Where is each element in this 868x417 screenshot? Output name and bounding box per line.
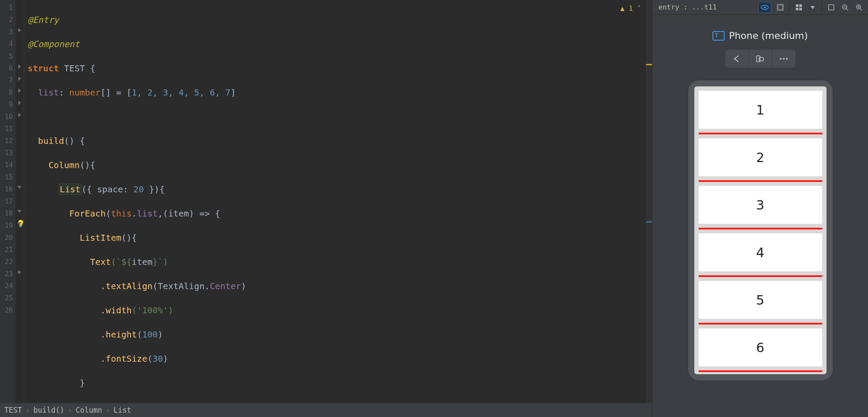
more-button[interactable]: [772, 50, 795, 68]
fold-handle[interactable]: [17, 185, 22, 190]
svg-point-20: [786, 58, 788, 60]
fold-handle[interactable]: [17, 112, 22, 118]
fold-handle[interactable]: [17, 209, 22, 214]
previewer-panel: entry : ...t11: [652, 0, 868, 417]
highlighted-symbol: List: [59, 184, 81, 195]
svg-rect-8: [829, 5, 834, 10]
inspections-widget[interactable]: ▲ 1 ˄ ˅: [620, 3, 649, 15]
dropdown-icon[interactable]: [806, 2, 819, 13]
fold-handle[interactable]: [17, 270, 22, 275]
list-divider: [699, 275, 822, 277]
list-item[interactable]: 5: [699, 281, 822, 319]
list-item[interactable]: 6: [699, 328, 822, 366]
fold-handle[interactable]: [17, 100, 22, 105]
list-item[interactable]: 3: [699, 186, 822, 224]
preview-controls: [725, 50, 795, 68]
chevron-right-icon: ›: [25, 406, 30, 414]
component-tree-button[interactable]: [774, 2, 787, 13]
svg-line-10: [846, 9, 848, 10]
previewer-title: entry : ...t11: [655, 3, 756, 11]
svg-line-13: [860, 9, 862, 10]
list-item[interactable]: 4: [699, 233, 822, 271]
error-stripe[interactable]: [646, 0, 652, 403]
fold-handle[interactable]: [17, 76, 22, 81]
device-frame: 1 2 3 4 5 6: [687, 79, 834, 382]
chevron-right-icon: ›: [68, 406, 72, 414]
list-item[interactable]: 1: [699, 91, 822, 129]
list-divider: [699, 133, 822, 134]
fold-handle[interactable]: [17, 221, 22, 226]
svg-rect-3: [778, 5, 782, 10]
code-body[interactable]: @Entry @Component struct TEST { list: nu…: [24, 0, 652, 403]
line-number-gutter: 123 456 789 101112 131415 161718 192021 …: [0, 0, 16, 403]
fold-handle[interactable]: [17, 88, 22, 93]
code-editor[interactable]: 123 456 789 101112 131415 161718 192021 …: [0, 0, 652, 417]
breadcrumb[interactable]: TEST › build() › Column › List: [0, 403, 652, 417]
breadcrumb-item[interactable]: build(): [33, 406, 64, 414]
stripe-mark[interactable]: [646, 64, 652, 65]
annotation: @Entry: [28, 15, 59, 25]
warning-icon: ▲: [620, 3, 625, 15]
device-label: Phone (medium): [712, 30, 808, 41]
svg-point-19: [783, 58, 785, 60]
fold-handle[interactable]: [17, 28, 22, 33]
fit-screen-button[interactable]: [825, 2, 838, 13]
chevron-right-icon: ›: [106, 406, 110, 414]
svg-point-18: [780, 58, 782, 60]
prev-highlight-icon[interactable]: ˄: [637, 3, 641, 15]
list-divider: [699, 370, 822, 372]
svg-rect-6: [796, 8, 798, 10]
breadcrumb-item[interactable]: TEST: [4, 406, 22, 414]
stripe-mark[interactable]: [646, 221, 652, 223]
keyword: struct: [28, 63, 59, 73]
device-icon: [712, 31, 725, 41]
inspector-toggle-button[interactable]: [758, 2, 771, 13]
rotate-button[interactable]: [749, 50, 772, 68]
svg-rect-7: [799, 8, 802, 10]
list-item[interactable]: 2: [699, 138, 822, 176]
list-divider: [699, 228, 822, 229]
zoom-in-button[interactable]: [852, 2, 865, 13]
previewer-toolbar: entry : ...t11: [652, 0, 868, 15]
fold-gutter[interactable]: 💡: [16, 0, 24, 403]
svg-rect-5: [799, 4, 802, 7]
back-button[interactable]: [725, 50, 749, 68]
multi-profile-button[interactable]: [792, 2, 805, 13]
warning-count: 1: [629, 3, 633, 15]
svg-point-1: [764, 6, 766, 8]
fold-handle[interactable]: [17, 64, 22, 69]
list-divider: [699, 323, 822, 325]
device-screen[interactable]: 1 2 3 4 5 6: [694, 86, 827, 374]
annotation: @Component: [28, 39, 79, 49]
svg-rect-4: [796, 4, 798, 7]
breadcrumb-item[interactable]: List: [114, 406, 131, 414]
breadcrumb-item[interactable]: Column: [76, 406, 102, 414]
list-divider: [699, 180, 822, 182]
zoom-out-button[interactable]: [839, 2, 852, 13]
